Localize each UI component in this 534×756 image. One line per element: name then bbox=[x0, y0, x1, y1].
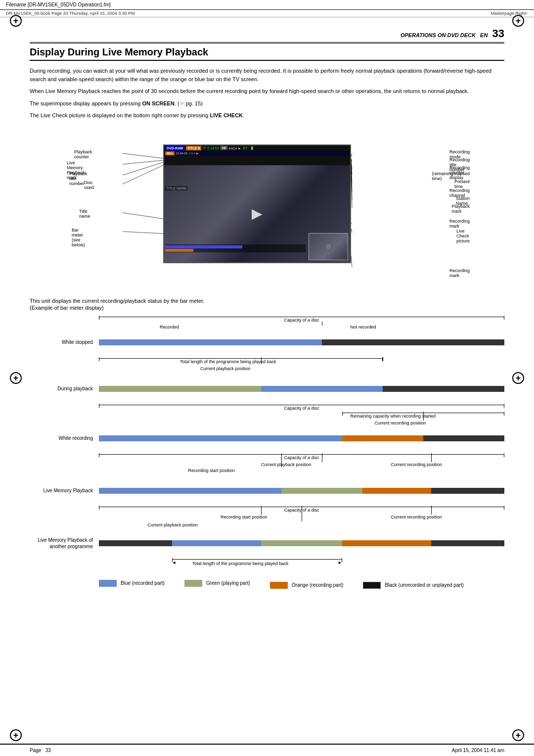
osd-title-area: TITLE NAME bbox=[165, 186, 187, 190]
not-recorded-label: Not recorded bbox=[350, 325, 376, 330]
lmp2-label: Live Memory Playback ofanother programme bbox=[30, 537, 99, 550]
svg-line-6 bbox=[351, 153, 352, 157]
meter-row-lmp: Live Memory Playback bbox=[30, 484, 504, 498]
cap-bracket-line bbox=[99, 317, 504, 317]
meter-annotations-stopped: Capacity of a disc Recorded Not recorded bbox=[99, 316, 504, 331]
sub-bar: DR-MV1SEK_00.book Page 33 Thursday, Apri… bbox=[0, 10, 534, 17]
legend-black-box bbox=[363, 582, 381, 589]
playback-seg-blue bbox=[261, 386, 383, 392]
lmp-rs-label: Recording start position bbox=[188, 468, 235, 473]
total-length-label: Total length of the programme being play… bbox=[180, 359, 276, 364]
lmp-cap-right bbox=[504, 453, 504, 457]
osd-time1: ⏱ 0:14:53 bbox=[203, 146, 219, 150]
playback-above: Total length of the programme being play… bbox=[99, 357, 504, 378]
total-bracket bbox=[99, 358, 383, 359]
stopped-seg-blue bbox=[99, 339, 322, 345]
rec-cap-line bbox=[99, 405, 504, 405]
lmp2-cr-label: Current recording position bbox=[391, 515, 442, 520]
rem-left bbox=[342, 412, 343, 416]
osd-row2-misc: CH•• ▶ bbox=[189, 151, 199, 155]
filename-label: Filename [DR-MV1SEK_05DVD Operation1.fm] bbox=[6, 2, 111, 7]
cur-rec-tick bbox=[423, 412, 424, 421]
callout-recording-mark-r: Recording mark bbox=[449, 219, 470, 229]
lmp2-seg-blue bbox=[172, 540, 261, 546]
osd-main-image: TITLE NAME ▶ ⊙ bbox=[164, 165, 350, 262]
lmp2-pb-label: Current playback position bbox=[147, 522, 198, 527]
bar-section: This unit displays the current recording… bbox=[30, 298, 504, 589]
footer-date: April 15, 2004 11:41 am bbox=[452, 748, 504, 753]
recording-seg-dark bbox=[423, 435, 504, 441]
reg-mark-bottom-right bbox=[512, 729, 524, 741]
reg-mark-mid-right bbox=[512, 372, 524, 384]
stopped-label: While stopped bbox=[30, 339, 99, 345]
legend-green-label: Green (playing part) bbox=[206, 580, 250, 586]
legend-green-box bbox=[184, 580, 202, 587]
svg-line-16 bbox=[351, 256, 352, 267]
page-footer: Page 33 April 15, 2004 11:41 am bbox=[0, 744, 534, 756]
legend-blue-box bbox=[99, 580, 117, 587]
cap-label: Capacity of a disc bbox=[284, 318, 319, 323]
lmp-cap-left bbox=[99, 453, 99, 457]
playback-bar bbox=[99, 382, 504, 396]
on-screen-label: ON SCREEN bbox=[142, 100, 174, 106]
arrow-left: ◄ bbox=[172, 560, 177, 565]
lmp-pb-tick bbox=[322, 453, 322, 462]
lmp2-pb-tick bbox=[302, 506, 302, 521]
lmp2-cap-left bbox=[99, 506, 99, 510]
playback-seg-dark bbox=[383, 386, 504, 392]
current-pb-label: Current playback position bbox=[200, 366, 251, 371]
svg-line-3 bbox=[123, 165, 163, 184]
osd-row2: REC 12:34:25 CH•• ▶ bbox=[164, 151, 350, 156]
lmp-seg-green bbox=[281, 488, 362, 494]
playback-seg-green bbox=[99, 386, 261, 392]
osd-title-text: TITLE NAME bbox=[165, 186, 187, 190]
lmp-seg-dark bbox=[431, 488, 504, 494]
tl-right bbox=[383, 357, 383, 361]
lmp2-seg-dark2 bbox=[431, 540, 504, 546]
ops-lang: EN bbox=[480, 32, 488, 38]
arrow-right: ► bbox=[338, 560, 342, 565]
cap-left-tick bbox=[99, 316, 99, 320]
legend-black-label: Black (unrecorded or unplayed part) bbox=[385, 582, 464, 588]
ops-label: OPERATIONS ON DVD DECK bbox=[400, 32, 476, 38]
osd-play-icon: ▶ bbox=[252, 205, 263, 222]
ops-page-num: 33 bbox=[492, 27, 504, 40]
osd-title-badge: TITLE 8 bbox=[186, 146, 201, 150]
lmp2-rs-label: Recording start position bbox=[221, 515, 267, 520]
lmp2-bar bbox=[99, 536, 504, 550]
svg-line-13 bbox=[351, 171, 352, 208]
svg-line-1 bbox=[123, 160, 163, 164]
playback-label: During playback bbox=[30, 385, 99, 392]
lmp2-above: Capacity of a disc Recording start posit… bbox=[99, 506, 504, 532]
rem-right bbox=[504, 412, 504, 416]
playback-diagram bbox=[99, 382, 504, 396]
footer-page-label: Page bbox=[30, 748, 41, 753]
osd-live-check: ⊙ bbox=[309, 233, 348, 260]
stopped-diagram bbox=[99, 335, 504, 349]
body-line1: The superimpose display appears by press… bbox=[30, 99, 504, 108]
diagram-inner: Playback counter Live Memory Playback ma… bbox=[64, 130, 470, 288]
osd-live-icon: ⊙ bbox=[326, 243, 331, 250]
svg-line-8 bbox=[351, 159, 352, 169]
lmp2-rs-tick bbox=[261, 506, 262, 515]
legend-area: Blue (recorded part) Green (playing part… bbox=[99, 578, 504, 589]
recording-label: While recording bbox=[30, 435, 99, 441]
sub-bar-right: Masterpage:Right↑ bbox=[490, 11, 528, 16]
callout-recording-mark-b: Recording mark bbox=[449, 268, 470, 278]
stopped-above: Capacity of a disc Recorded Not recorded bbox=[99, 316, 504, 331]
current-pb-tick bbox=[261, 357, 262, 364]
page-content: OPERATIONS ON DVD DECK EN 33 Display Dur… bbox=[0, 17, 534, 628]
stopped-bar bbox=[99, 335, 504, 349]
svg-line-11 bbox=[351, 166, 352, 192]
rec-cap-right bbox=[504, 404, 504, 408]
sub-bar-left: DR-MV1SEK_00.book Page 33 Thursday, Apri… bbox=[6, 11, 135, 16]
recording-diagram bbox=[99, 431, 504, 445]
svg-line-4 bbox=[123, 213, 163, 219]
bar-intro1: This unit displays the current recording… bbox=[30, 298, 504, 304]
svg-line-14 bbox=[351, 223, 352, 224]
osd-bar-area bbox=[165, 244, 306, 252]
footer-page: Page 33 bbox=[30, 748, 51, 753]
legend-blue-label: Blue (recorded part) bbox=[121, 580, 165, 586]
callout-live-check-picture: Live Check picture bbox=[456, 229, 470, 243]
legend-black: Black (unrecorded or unplayed part) bbox=[363, 582, 464, 589]
